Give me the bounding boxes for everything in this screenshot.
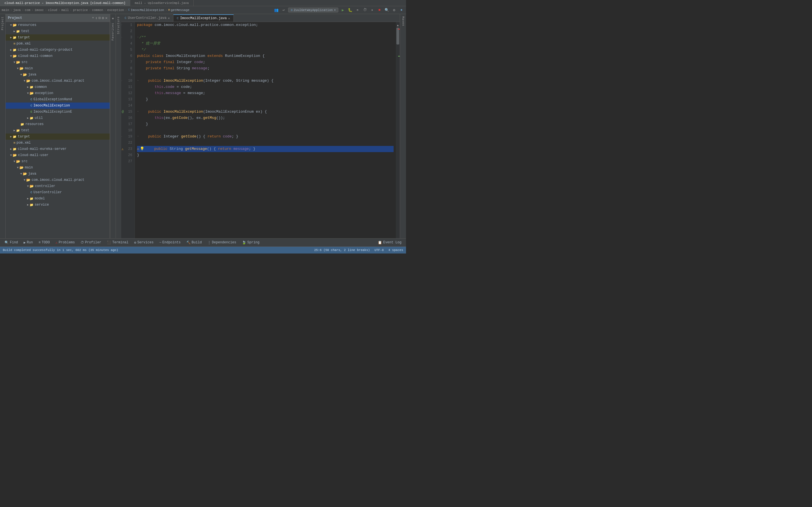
tab-user-controller[interactable]: C UserController.java ✕ — [121, 14, 173, 22]
bc-imooc[interactable]: imooc — [35, 8, 44, 12]
tree-exception-pkg[interactable]: ▼ 📂 exception — [6, 90, 110, 96]
tree-src-2[interactable]: ▼ 📂 src — [6, 158, 110, 165]
bc-cloud[interactable]: cloud — [48, 8, 57, 12]
tab-close-icon[interactable]: ✕ — [168, 16, 170, 20]
code-scroll[interactable]: package com.imooc.cloud.mall.practice.co… — [135, 22, 396, 238]
tree-test-2[interactable]: ▶ 📁 test — [6, 127, 110, 133]
tree-main-1[interactable]: ▼ 📂 main — [6, 65, 110, 71]
tree-model-pkg[interactable]: ▶ 📁 model — [6, 195, 110, 202]
tree-resources-2[interactable]: 📁 resources — [6, 121, 110, 127]
title-tab-secondary[interactable]: mall – UploadServiceImpl.java — [130, 0, 193, 6]
maven-label[interactable]: Maven — [402, 16, 405, 26]
cursor-position[interactable]: 25:6 (58 chars, 2 line breaks) — [314, 248, 370, 252]
tree-common-pkg[interactable]: ▶ 📁 common — [6, 84, 110, 90]
close-tree-icon[interactable]: ✕ — [105, 16, 107, 20]
tree-user-controller[interactable]: C UserController — [6, 189, 110, 195]
project-rail-label[interactable]: Project — [1, 16, 4, 30]
fold-icon[interactable]: − — [137, 133, 139, 140]
bc-practice[interactable]: practice — [73, 8, 88, 12]
tree-test[interactable]: ▶ 📁 test — [6, 28, 110, 34]
code-line-7: private final Integer code; — [137, 59, 394, 65]
scroll-thumb[interactable] — [396, 27, 399, 45]
favorites-icon[interactable]: ★ — [112, 16, 114, 20]
scrollbar-area[interactable] — [396, 22, 400, 238]
settings-tree-icon[interactable]: ⚙ — [102, 16, 104, 20]
problems-btn[interactable]: ⚠ Problems — [53, 240, 77, 245]
run-bottom-btn[interactable]: ▶ Run — [21, 240, 35, 245]
arrow-icon: ▼ — [13, 160, 15, 163]
bc-mall[interactable]: mall — [61, 8, 69, 12]
indent-setting[interactable]: 4 spaces — [388, 248, 403, 252]
tree-global-exception[interactable]: C GlobalExceptionHand — [6, 96, 110, 103]
arrow-icon: ▶ — [10, 36, 12, 39]
dependencies-btn[interactable]: ⋮ Dependencies — [205, 240, 239, 245]
bc-com[interactable]: com — [25, 8, 31, 12]
tree-pom-2[interactable]: m pom.xml — [6, 140, 110, 146]
back-btn[interactable]: ↩ — [281, 8, 287, 13]
run-btn[interactable]: ▶ — [340, 8, 346, 13]
tree-target-2[interactable]: ▶ 📁 target — [6, 133, 110, 140]
stop-btn[interactable]: ■ — [377, 8, 382, 13]
terminal-btn[interactable]: ⬛ Terminal — [105, 240, 131, 245]
tab-class-icon: C — [124, 16, 126, 20]
event-log-btn[interactable]: 📋 Event Log — [375, 240, 404, 245]
gutter-line-17: 17 — [121, 121, 135, 127]
scroll-up-btn[interactable] — [396, 23, 400, 27]
services-btn[interactable]: ⚙ Services — [132, 240, 156, 245]
tree-user-module[interactable]: ▼ 📂 cloud-mall-user — [6, 152, 110, 158]
search-btn[interactable]: 🔍 — [384, 8, 390, 13]
collapse-all-icon[interactable]: ⊟ — [99, 16, 101, 20]
fold-icon[interactable]: − — [137, 34, 139, 41]
tree-controller-pkg[interactable]: ▼ 📂 controller — [6, 183, 110, 189]
todo-btn[interactable]: ≡ TODO — [36, 240, 52, 245]
people-btn[interactable]: 👥 — [273, 8, 279, 13]
tree-imooc-enum[interactable]: E ImoocMallExceptionE — [6, 109, 110, 115]
fold-icon[interactable]: − — [137, 109, 139, 115]
bc-main[interactable]: main — [2, 8, 9, 12]
tree-java-2[interactable]: ▼ 📂 java — [6, 171, 110, 177]
gutter-line-7: 7 — [121, 59, 135, 65]
tree-imooc-exception[interactable]: C ImoocMallException — [6, 103, 110, 109]
tab-imooc-exception[interactable]: C ImoocMallException.java ✕ — [173, 14, 234, 22]
tree-resources[interactable]: ▼ 📂 resources — [6, 22, 110, 28]
tree-pkg-1[interactable]: ▼ 📂 com.imooc.cloud.mall.pract — [6, 78, 110, 84]
tree-pkg-2[interactable]: ▼ 📂 com.imooc.cloud.mall.pract — [6, 177, 110, 183]
bc-class[interactable]: C ImoocMallException — [128, 8, 164, 12]
tree-service-pkg[interactable]: ▶ 📁 service — [6, 202, 110, 208]
build-icon: 🔨 — [186, 240, 191, 245]
run-config[interactable]: ⚙ ZuulGetWayApplication ▾ — [288, 8, 338, 12]
tree-target-1[interactable]: ▶ 📁 target — [6, 34, 110, 41]
endpoints-btn[interactable]: → Endpoints — [157, 240, 183, 245]
tree-category[interactable]: ▶ 📁 cloud-mall-category-product — [6, 47, 110, 53]
tree-pom-1[interactable]: m pom.xml — [6, 41, 110, 47]
fold-icon[interactable]: − — [137, 78, 139, 84]
favorites-label[interactable]: Favorites — [111, 23, 114, 41]
profile-btn[interactable]: ⏱ — [362, 8, 368, 13]
spring-btn[interactable]: 🍃 Spring — [240, 240, 262, 245]
spring-icon: 🍃 — [242, 240, 246, 245]
avatar-btn[interactable]: ● — [399, 8, 404, 13]
bc-method[interactable]: m getMessage — [168, 8, 190, 12]
build-btn[interactable]: 🔨 Build — [184, 240, 204, 245]
tree-java-1[interactable]: ▼ 📂 java — [6, 71, 110, 78]
profiler-btn[interactable]: ⏱ Profiler — [79, 240, 104, 245]
encoding[interactable]: UTF-8 — [374, 248, 384, 252]
settings-btn[interactable]: ⚙ — [391, 8, 397, 13]
find-btn[interactable]: 🔍 Find — [2, 240, 20, 245]
title-tab-active[interactable]: cloud-mall-practice – ImoocMallException… — [0, 0, 130, 6]
bc-exception[interactable]: exception — [107, 8, 124, 12]
more-run-btn[interactable]: ▾ — [369, 8, 375, 13]
bc-common[interactable]: common — [92, 8, 103, 12]
add-file-icon[interactable]: + — [92, 16, 94, 20]
tree-eureka[interactable]: ▶ 📁 cloud-mall-eureka-server — [6, 146, 110, 152]
tree-src-1[interactable]: ▼ 📂 src — [6, 59, 110, 65]
bc-java[interactable]: java — [13, 8, 20, 12]
tree-common[interactable]: ▼ 📂 cloud-mall-common — [6, 53, 110, 59]
debug-btn[interactable]: 🐛 — [347, 8, 353, 13]
coverage-btn[interactable]: ☂ — [355, 8, 360, 13]
tree-main-2[interactable]: ▼ 📂 main — [6, 165, 110, 171]
tab-close-icon[interactable]: ✕ — [228, 17, 230, 20]
expand-all-icon[interactable]: ⇕ — [95, 16, 98, 20]
tree-util[interactable]: ▶ 📁 util — [6, 115, 110, 121]
structure-label[interactable]: Structure — [117, 16, 120, 34]
